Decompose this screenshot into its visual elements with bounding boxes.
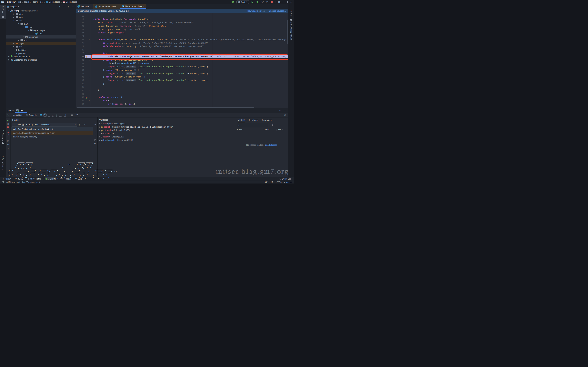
code-line-21[interactable]: 21 LoggerRepository hierarchy; hierarchy… — [76, 25, 288, 28]
collapse-all-icon[interactable]: ⤒ — [62, 5, 66, 8]
duplicate-button[interactable]: ▣ — [94, 139, 96, 141]
fold-marker-icon[interactable] — [88, 31, 91, 34]
fold-marker-icon[interactable] — [88, 34, 91, 38]
thread-dump-camera-icon[interactable]: ▣ — [7, 140, 9, 142]
tree-item-target[interactable]: ▶target — [6, 42, 76, 45]
column-class[interactable]: Class — [235, 129, 262, 131]
close-icon[interactable]: × — [117, 5, 119, 8]
resume-button[interactable]: ▶ — [7, 119, 9, 122]
tree-chevron-icon[interactable]: ▶ — [8, 59, 10, 61]
tree-item-main[interactable]: ▼main — [6, 22, 76, 25]
file-encoding[interactable]: UTF-8 — [276, 181, 282, 183]
line-separator[interactable]: LF — [271, 181, 273, 183]
fold-marker-icon[interactable] — [88, 72, 91, 75]
tree-item--idea[interactable]: ▶.idea — [6, 12, 76, 16]
tool-window-tab-database[interactable]: Database — [288, 19, 294, 31]
code-line-39[interactable]: 39 — [76, 85, 288, 89]
breadcrumb-item[interactable]: org — [18, 1, 21, 3]
caret-position[interactable]: 30:1 — [265, 181, 268, 183]
variable-chevron-icon[interactable]: ▶ — [99, 126, 101, 128]
event-log-button[interactable]: Event Log — [279, 177, 292, 180]
locate-file-icon[interactable]: ⊕ — [58, 5, 61, 8]
tree-chevron-icon[interactable]: ▶ — [18, 39, 19, 41]
add-watch-button[interactable]: + — [95, 123, 96, 126]
variable-row-hierarchy[interactable]: ▶phierarchy = {Hierarchy@855} — [98, 129, 235, 132]
pin-icon[interactable]: ➤ — [7, 147, 9, 150]
memory-search-input[interactable] — [241, 124, 267, 126]
variable-row-logger[interactable]: ▶oologger = {Logger@863} — [98, 135, 235, 138]
move-down-button[interactable]: ▼ — [95, 135, 96, 137]
tool-window-tab-ant[interactable]: ✱ Ant — [288, 10, 294, 17]
variable-chevron-icon[interactable]: ▶ — [99, 139, 101, 141]
memory-tab-overhead[interactable]: Overhead — [249, 117, 258, 122]
build-hammer-icon[interactable]: ⚒ — [231, 0, 234, 3]
fold-marker-icon[interactable] — [88, 21, 91, 25]
rerun-icon[interactable]: ↻ — [7, 114, 10, 117]
fold-marker-icon[interactable]: ▿ — [88, 99, 91, 102]
toolwindow-toggle-icon[interactable]: ❐ — [2, 181, 4, 183]
variable-chevron-icon[interactable]: ▶ — [99, 129, 101, 131]
thread-selector[interactable]: ✓ "main"@1 in group "main": RUNNING ▼ — [12, 123, 77, 127]
fold-marker-icon[interactable] — [88, 79, 91, 82]
frame-up-icon[interactable]: ↑ — [79, 124, 80, 126]
code-line-33[interactable]: 33 logger.error( message: "Could not ope… — [76, 65, 288, 68]
remove-watch-button[interactable]: − — [95, 127, 96, 130]
breadcrumb-item[interactable]: log4j — [33, 1, 38, 3]
code-line-43[interactable]: 43▿ try { — [76, 99, 288, 102]
debug-button[interactable]: ⬢ — [256, 0, 259, 3]
tab-console[interactable]: ❯Console — [25, 113, 37, 117]
move-up-button[interactable]: ▲ — [95, 132, 96, 133]
variable-row-this[interactable]: ▶this = {SocketNode@861} — [98, 122, 235, 125]
fold-marker-icon[interactable]: ▿ — [88, 96, 91, 99]
gear-icon[interactable]: ⚙ — [67, 5, 70, 8]
gear-icon[interactable]: ⚙ — [279, 109, 282, 112]
tree-item-test[interactable]: CTest — [6, 32, 76, 35]
fold-marker-icon[interactable] — [88, 48, 91, 52]
variable-row-this-hierarchy[interactable]: ▶oothis.hierarchy = {Hierarchy@855} — [98, 138, 235, 142]
fold-marker-icon[interactable]: ▿ — [88, 52, 91, 55]
code-line-27[interactable]: 27 this.hierarchy = hierarchy; hierarchy… — [76, 45, 288, 48]
project-panel-title[interactable]: Project — [10, 5, 17, 8]
tree-item-scratches-and-consoles[interactable]: ▶Scratches and Consoles — [6, 58, 76, 61]
column-count[interactable]: Count — [262, 129, 277, 131]
tab-debugger[interactable]: Debugger — [12, 113, 23, 117]
threads-view-icon[interactable] — [40, 114, 42, 116]
editor-tab-test-java[interactable]: CTest.java× — [76, 4, 93, 9]
close-icon[interactable]: × — [25, 109, 26, 112]
breadcrumb-item[interactable]: mSocketNode — [63, 1, 77, 3]
tree-item-org-example[interactable]: ▼org.example — [6, 29, 76, 32]
tree-chevron-icon[interactable]: ▼ — [18, 23, 19, 25]
memory-tab-coroutines[interactable]: Coroutines — [262, 117, 272, 122]
fold-marker-icon[interactable]: ▵ — [88, 75, 91, 79]
tree-item-pom-xml[interactable]: mpom.xml — [6, 52, 76, 55]
layout-settings-icon[interactable]: ⊞ — [284, 114, 287, 117]
tree-item-test[interactable]: ▶test — [6, 45, 76, 48]
run-button[interactable]: ▶ — [251, 0, 254, 3]
tree-chevron-icon[interactable]: ▶ — [13, 46, 15, 48]
coverage-settings-icon[interactable]: ☰ — [76, 114, 79, 117]
load-classes-link[interactable]: Load classes — [265, 144, 277, 146]
filter-icon[interactable]: ▽ — [84, 124, 86, 126]
frame-down-icon[interactable]: ↓ — [82, 124, 83, 126]
code-line-32[interactable]: 32 Thread.currentThread().interrupt(); — [76, 62, 288, 65]
editor-tab-socketnode-class[interactable]: CSocketNode.class× — [121, 4, 146, 9]
fold-marker-icon[interactable] — [88, 65, 91, 68]
frame-row[interactable]: main:125, SocketServer(org.apache.log4j.… — [11, 131, 93, 135]
evaluate-expression-icon[interactable]: ▦ — [71, 114, 74, 117]
fold-marker-icon[interactable]: ▵ — [88, 89, 91, 92]
variable-chevron-icon[interactable]: ▶ — [99, 136, 101, 138]
intention-bulb-icon[interactable] — [86, 56, 87, 57]
fold-marker-icon[interactable] — [88, 28, 91, 31]
tree-item-java[interactable]: ▼java — [6, 25, 76, 29]
tree-chevron-icon[interactable]: ▶ — [8, 56, 10, 57]
code-line-19[interactable]: 19public class SocketNode implements Run… — [76, 18, 288, 21]
download-sources-link[interactable]: Download Sources — [247, 10, 265, 12]
fold-marker-icon[interactable]: ▿ — [88, 102, 91, 106]
run-to-cursor-button[interactable]: ⇥ — [64, 114, 66, 117]
code-line-20[interactable]: 20 Socket socket; socket: "Socket[addr=/… — [76, 21, 288, 25]
toolwindow-button-terminal[interactable]: ⌨Terminal — [59, 177, 72, 180]
tree-chevron-icon[interactable]: ▶ — [23, 36, 25, 38]
frame-row[interactable]: <init>:56, SocketNode(org.apache.log4j.n… — [11, 127, 93, 131]
code-line-34[interactable]: 34▿ } catch (IOException var5) { — [76, 68, 288, 72]
view-breakpoints-icon[interactable]: ●● — [7, 131, 9, 133]
